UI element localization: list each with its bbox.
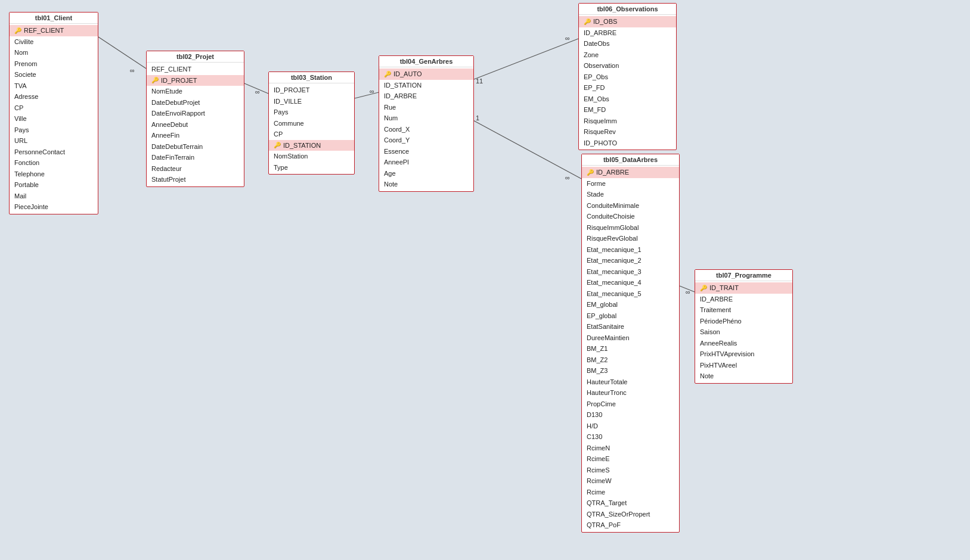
svg-line-0	[98, 37, 146, 69]
field-qtra-target: QTRA_Target	[582, 497, 679, 509]
field-periode-pheno: PériodePhéno	[695, 316, 792, 327]
rel-label-1b: ∞	[130, 67, 135, 74]
field-coord-x: Coord_X	[379, 124, 473, 135]
field-annee-fin: AnneeFin	[147, 130, 244, 141]
field-id-projet-fk: ID_PROJET	[269, 85, 354, 96]
field-tva: TVA	[10, 80, 98, 92]
table-tbl06-header: tbl06_Observations	[579, 4, 676, 15]
field-etat-mec-3: Etat_mecanique_3	[582, 266, 679, 278]
field-url: URL	[10, 135, 98, 147]
table-tbl07-fields: 🔑 ID_TRAIT ID_ARBRE Traitement PériodePh…	[695, 281, 792, 383]
rel-label-5a: 1	[476, 114, 479, 122]
field-id-projet: 🔑 ID_PROJET	[147, 75, 244, 86]
field-rue: Rue	[379, 102, 473, 113]
pk-icon: 🔑	[14, 26, 21, 35]
field-risque-rev: RisqueRev	[579, 126, 676, 138]
field-pays: Pays	[269, 107, 354, 118]
field-pix-htva-reel: PixHTVAreel	[695, 360, 792, 371]
field-date-obs: DateObs	[579, 38, 676, 49]
field-etat-mec-1: Etat_mecanique_1	[582, 244, 679, 256]
table-tbl03-header: tbl03_Station	[269, 72, 354, 83]
field-bm-z3: BM_Z3	[582, 365, 679, 377]
field-rcime: Rcime	[582, 487, 679, 498]
field-em-obs: EM_Obs	[579, 94, 676, 105]
field-bm-z1: BM_Z1	[582, 343, 679, 354]
field-id-station: 🔑 ID_STATION	[269, 140, 354, 151]
table-tbl04[interactable]: tbl04_GenArbres 🔑 ID_AUTO ID_STATION ID_…	[379, 55, 474, 192]
field-zone: Zone	[579, 49, 676, 61]
rel-label-4a: 11	[476, 77, 483, 85]
field-essence: Essence	[379, 146, 473, 157]
field-redacteur: Redacteur	[147, 163, 244, 175]
field-prenom: Prenom	[10, 58, 98, 70]
field-rcime-n: RcimeN	[582, 443, 679, 454]
table-tbl05[interactable]: tbl05_DataArbres 🔑 ID_ARBRE Forme Stade …	[581, 154, 680, 533]
field-annee-pl: AnneePl	[379, 157, 473, 168]
rel-label-6b: ∞	[686, 288, 690, 295]
field-em-global: EM_global	[582, 299, 679, 310]
field-age: Age	[379, 168, 473, 179]
rel-label-4b: ∞	[565, 35, 570, 42]
field-id-ville: ID_VILLE	[269, 96, 354, 107]
field-bm-z2: BM_Z2	[582, 354, 679, 366]
table-tbl04-fields: 🔑 ID_AUTO ID_STATION ID_ARBRE Rue Num Co…	[379, 67, 473, 191]
field-annee-debut: AnneeDebut	[147, 119, 244, 130]
table-tbl02-fields: REF_CLIENT 🔑 ID_PROJET NomEtude DateDebu…	[147, 63, 244, 186]
field-duree-maintien: DureeMaintien	[582, 332, 679, 344]
field-ref-client: 🔑 REF_CLIENT	[10, 25, 98, 36]
field-id-arbre-pk: 🔑 ID_ARBRE	[582, 167, 679, 178]
field-etat-sanitaire: EtatSanitaire	[582, 321, 679, 332]
field-num: Num	[379, 113, 473, 124]
field-type: Type	[269, 162, 354, 173]
field-id-obs: 🔑 ID_OBS	[579, 16, 676, 27]
table-tbl07[interactable]: tbl07_Programme 🔑 ID_TRAIT ID_ARBRE Trai…	[695, 269, 793, 384]
field-observation: Observation	[579, 60, 676, 71]
table-tbl03[interactable]: tbl03_Station ID_PROJET ID_VILLE Pays Co…	[268, 71, 355, 175]
rel-label-5b: ∞	[565, 174, 570, 181]
field-prix-htva-prev: PrixHTVAprevision	[695, 349, 792, 360]
table-tbl05-fields: 🔑 ID_ARBRE Forme Stade ConduiteMinimale …	[582, 166, 679, 532]
table-tbl01[interactable]: tbl01_Client 🔑 REF_CLIENT Civilite Nom P…	[9, 12, 98, 214]
field-mail: Mail	[10, 191, 98, 202]
svg-line-2	[355, 92, 379, 98]
field-rcime-w: RcimeW	[582, 475, 679, 487]
field-etat-mec-4: Etat_mecanique_4	[582, 277, 679, 288]
table-tbl06[interactable]: tbl06_Observations 🔑 ID_OBS ID_ARBRE Dat…	[578, 3, 677, 150]
table-tbl03-fields: ID_PROJET ID_VILLE Pays Commune CP 🔑 ID_…	[269, 83, 354, 174]
field-fonction: Fonction	[10, 157, 98, 169]
field-id-trait: 🔑 ID_TRAIT	[695, 282, 792, 294]
field-ep-fd: EP_FD	[579, 82, 676, 94]
field-id-photo: ID_PHOTO	[579, 138, 676, 149]
field-statut-projet: StatutProjet	[147, 174, 244, 185]
field-commune: Commune	[269, 118, 354, 129]
field-ville: Ville	[10, 113, 98, 125]
rel-label-2b: ∞	[255, 88, 260, 95]
field-date-debut-terrain: DateDebutTerrain	[147, 141, 244, 153]
table-tbl02-header: tbl02_Projet	[147, 51, 244, 63]
field-rcime-s: RcimeS	[582, 465, 679, 476]
field-date-debut-projet: DateDebutProjet	[147, 97, 244, 108]
field-pays: Pays	[10, 125, 98, 136]
field-qtra-size: QTRA_SizeOrPropert	[582, 509, 679, 520]
field-stade: Stade	[582, 189, 679, 200]
field-id-arbre-prog: ID_ARBRE	[695, 294, 792, 305]
field-rcime-e: RcimeE	[582, 453, 679, 465]
field-telephone: Telephone	[10, 169, 98, 180]
field-cp: CP	[10, 102, 98, 114]
field-qtra-pof: QTRA_PoF	[582, 519, 679, 531]
field-risque-rev-global: RisqueRevGlobal	[582, 233, 679, 244]
field-portable: Portable	[10, 179, 98, 191]
field-nom: Nom	[10, 47, 98, 58]
table-tbl05-header: tbl05_DataArbres	[582, 154, 679, 166]
table-tbl02[interactable]: tbl02_Projet REF_CLIENT 🔑 ID_PROJET NomE…	[146, 51, 244, 187]
field-annee-realis: AnneeRealis	[695, 338, 792, 349]
field-ref-client-fk: REF_CLIENT	[147, 64, 244, 75]
table-tbl01-header: tbl01_Client	[10, 13, 98, 24]
field-civilite: Civilite	[10, 36, 98, 48]
field-risque-imm: RisqueImm	[579, 116, 676, 127]
table-tbl01-fields: 🔑 REF_CLIENT Civilite Nom Prenom Societe…	[10, 24, 98, 214]
field-note-prog: Note	[695, 371, 792, 382]
table-tbl07-header: tbl07_Programme	[695, 270, 792, 281]
field-note: Note	[379, 179, 473, 190]
field-conduite-minimale: ConduiteMinimale	[582, 200, 679, 211]
